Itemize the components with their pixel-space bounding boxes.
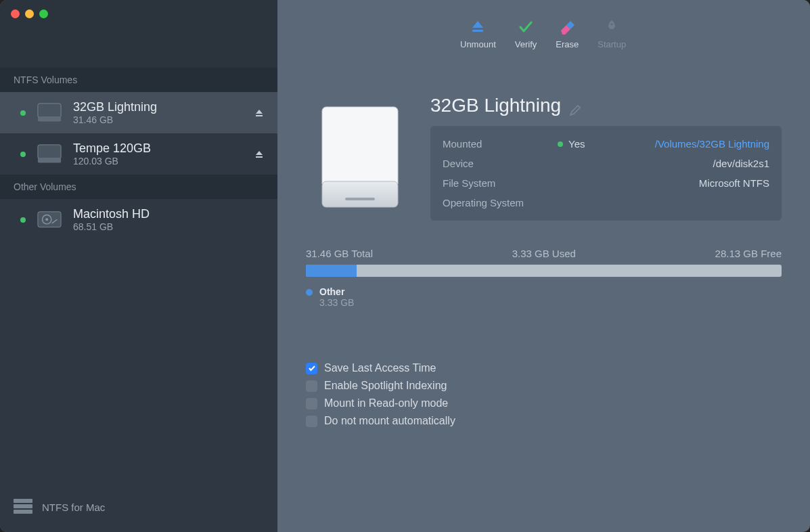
svg-rect-8 (38, 211, 61, 227)
volume-name: Macintosh HD (73, 207, 264, 221)
svg-point-1 (611, 24, 613, 26)
usage-fill (306, 265, 357, 277)
volume-text: Macintosh HD 68.51 GB (73, 207, 264, 232)
checkbox-icon (306, 416, 317, 427)
footer-label: NTFS for Mac (42, 502, 105, 513)
svg-rect-14 (322, 181, 398, 207)
legend-size: 3.33 GB (319, 297, 354, 308)
svg-rect-12 (14, 504, 32, 508)
svg-rect-7 (256, 156, 263, 158)
volume-size: 31.46 GB (73, 114, 244, 125)
svg-rect-13 (14, 510, 32, 514)
section-header-ntfs: NTFS Volumes (0, 68, 277, 92)
verify-button[interactable]: Verify (515, 19, 537, 49)
volume-title: 32GB Lightning (430, 95, 561, 116)
eject-icon[interactable] (254, 108, 264, 118)
volume-text: Tempe 120GB 120.03 GB (73, 141, 244, 167)
volume-item[interactable]: 32GB Lightning 31.46 GB (0, 92, 277, 133)
svg-rect-11 (14, 499, 32, 503)
volume-size: 68.51 GB (73, 221, 264, 232)
drives-icon (14, 499, 32, 516)
toolbar: Unmount Verify Erase Startup (460, 19, 626, 49)
legend-name: Other (319, 286, 354, 297)
check-icon (518, 19, 534, 35)
eject-icon (470, 19, 486, 35)
volume-name: Tempe 120GB (73, 141, 244, 156)
legend-dot (306, 289, 313, 296)
erase-button[interactable]: Erase (556, 19, 579, 49)
unmount-label: Unmount (460, 39, 496, 49)
body: NTFS Volumes 32GB Lightning 31.46 GB (0, 68, 810, 532)
usage-stats: 31.46 GB Total 3.33 GB Used 28.13 GB Fre… (306, 248, 782, 259)
detail-pane: 32GB Lightning Mounted Yes /Volumes/32GB… (430, 95, 782, 221)
status-dot (20, 152, 26, 157)
main-panel: 32GB Lightning Mounted Yes /Volumes/32GB… (277, 68, 810, 532)
options-group: Save Last Access Time Enable Spotlight I… (306, 362, 782, 427)
option-label: Mount in Read-only mode (324, 397, 448, 409)
info-label: Mounted (443, 138, 558, 150)
info-label: File System (443, 177, 558, 189)
svg-rect-0 (472, 30, 483, 32)
titlebar: Unmount Verify Erase Startup (0, 0, 810, 68)
big-drive-icon (306, 95, 414, 217)
volume-name: 32GB Lightning (73, 100, 244, 114)
option-spotlight-indexing[interactable]: Enable Spotlight Indexing (306, 380, 782, 392)
app-window: Unmount Verify Erase Startup (0, 0, 810, 532)
stat-used: 3.33 GB Used (512, 248, 576, 259)
erase-icon (559, 19, 575, 35)
option-label: Save Last Access Time (324, 362, 436, 374)
info-label: Operating System (443, 197, 558, 208)
svg-point-10 (45, 218, 48, 221)
unmount-button[interactable]: Unmount (460, 19, 496, 49)
eject-icon[interactable] (254, 150, 264, 159)
sidebar: NTFS Volumes 32GB Lightning 31.46 GB (0, 68, 277, 532)
volume-text: 32GB Lightning 31.46 GB (73, 100, 244, 125)
usage-legend: Other 3.33 GB (306, 286, 782, 308)
zoom-window-button[interactable] (39, 9, 48, 18)
pencil-icon[interactable] (569, 99, 581, 112)
stat-free: 28.13 GB Free (715, 248, 782, 259)
verify-label: Verify (515, 39, 537, 49)
mount-path[interactable]: /Volumes/32GB Lightning (655, 138, 769, 150)
info-row-fs: File System Microsoft NTFS (443, 173, 769, 193)
volume-item[interactable]: Macintosh HD 68.51 GB (0, 199, 277, 240)
minimize-window-button[interactable] (25, 9, 34, 18)
checkbox-icon (306, 398, 317, 409)
mounted-value: Yes (568, 138, 585, 150)
drive-icon (37, 143, 62, 165)
info-card: Mounted Yes /Volumes/32GB Lightning Devi… (430, 126, 782, 221)
device-value: /dev/disk2s1 (713, 158, 769, 169)
startup-button: Startup (598, 19, 626, 49)
status-dot (20, 217, 26, 223)
svg-rect-6 (38, 157, 61, 162)
volume-item[interactable]: Tempe 120GB 120.03 GB (0, 133, 277, 175)
svg-rect-2 (38, 103, 61, 117)
option-save-access-time[interactable]: Save Last Access Time (306, 362, 782, 374)
close-window-button[interactable] (11, 9, 20, 18)
info-row-device: Device /dev/disk2s1 (443, 154, 769, 173)
option-label: Enable Spotlight Indexing (324, 380, 447, 392)
fs-value: Microsoft NTFS (699, 177, 769, 189)
status-dot (558, 141, 563, 147)
erase-label: Erase (556, 39, 579, 49)
usage-bar (306, 265, 782, 277)
option-label: Do not mount automatically (324, 415, 455, 427)
info-row-mounted: Mounted Yes /Volumes/32GB Lightning (443, 134, 769, 154)
volume-size: 120.03 GB (73, 156, 244, 167)
rocket-icon (604, 19, 620, 35)
volume-title-row: 32GB Lightning (430, 95, 782, 116)
option-no-automount[interactable]: Do not mount automatically (306, 415, 782, 427)
svg-rect-5 (38, 144, 61, 158)
drive-icon (37, 102, 62, 124)
section-header-other: Other Volumes (0, 175, 277, 199)
status-dot (20, 110, 26, 116)
hdd-icon (37, 209, 62, 231)
svg-rect-15 (345, 198, 375, 200)
option-read-only[interactable]: Mount in Read-only mode (306, 397, 782, 409)
svg-rect-3 (38, 116, 61, 121)
checkbox-icon (306, 363, 317, 374)
info-label: Device (443, 158, 558, 169)
stat-total: 31.46 GB Total (306, 248, 373, 259)
startup-label: Startup (598, 39, 626, 49)
overview-row: 32GB Lightning Mounted Yes /Volumes/32GB… (306, 95, 782, 221)
